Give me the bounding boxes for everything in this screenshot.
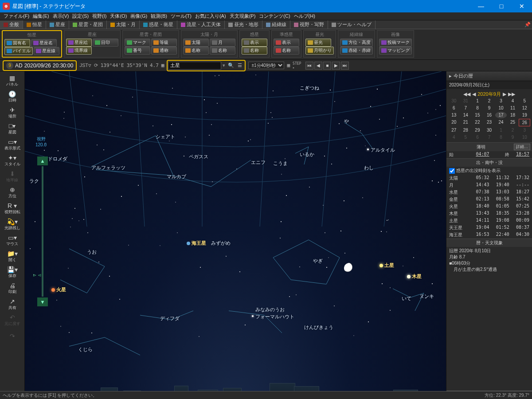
left-tool-button[interactable]: ↷ <box>2 329 23 344</box>
zoom-up-button[interactable]: ▲ <box>37 156 48 165</box>
last-button[interactable]: ⏭ <box>341 62 349 70</box>
ribbon-tab[interactable]: 惑星・衛星 <box>140 20 177 29</box>
menu-item[interactable]: お気に入り(A) <box>193 13 228 20</box>
left-tool-button[interactable]: ↶元に戻す <box>2 313 23 328</box>
menu-item[interactable]: コンテンツ(C) <box>257 13 292 20</box>
menu-item[interactable]: 観測(B) <box>149 13 169 20</box>
left-tool-button[interactable]: ▭▾表示形式 <box>2 137 23 152</box>
calendar-day[interactable]: 5 <box>519 98 530 104</box>
ribbon-tab[interactable]: 星雲・星団 <box>69 20 107 29</box>
tool-button[interactable]: 星座線 <box>34 47 59 55</box>
menu-item[interactable]: ツール(T) <box>169 13 193 20</box>
calendar-day[interactable]: 19 <box>519 112 530 118</box>
left-tool-button[interactable]: ↗共有 <box>2 297 23 312</box>
calendar-day[interactable]: 2 <box>507 127 519 133</box>
calendar-day[interactable]: 24 <box>495 119 507 126</box>
left-tool-button[interactable]: ✦▾スタイル <box>2 153 23 168</box>
datetime-box[interactable]: 9 AD 2020/09/26 20:30:00 <box>3 60 77 71</box>
close-button[interactable]: ✕ <box>512 0 532 12</box>
step-icon[interactable]: ▦ <box>287 63 290 68</box>
sky-view[interactable]: 視野 120.0 ▲ ⊳ ⊲ ▼ こぎつねやいるかこうまわしシェアトペガススアン… <box>25 71 446 399</box>
tool-button[interactable]: 通称 <box>151 47 177 55</box>
cal-prev-year[interactable]: ◀◀ <box>463 91 470 97</box>
ribbon-tab[interactable]: 経緯線 <box>262 20 290 29</box>
riseset-checkbox[interactable]: 惑星の出没時刻を表示 <box>446 167 532 175</box>
tool-button[interactable]: 名称 <box>183 47 209 55</box>
calendar-day[interactable]: 4 <box>448 134 460 141</box>
calendar-day[interactable]: 9 <box>484 105 495 111</box>
calendar-day[interactable]: 1 <box>472 98 483 104</box>
left-tool-button[interactable]: 🖨印刷 <box>2 281 23 296</box>
time-step-select[interactable]: ±1分40秒/秒 <box>248 62 284 69</box>
ribbon-tab[interactable]: 昼光・地形 <box>225 20 262 29</box>
left-tool-button[interactable]: ▭▾マウス <box>2 233 23 248</box>
calendar-day[interactable]: 13 <box>448 112 460 118</box>
tool-button[interactable]: バイエル <box>4 47 33 55</box>
sync-icon[interactable]: ⟳ <box>94 63 98 68</box>
tool-button[interactable]: 目印 <box>93 39 118 47</box>
calendar-day[interactable]: 5 <box>460 134 472 141</box>
menu-item[interactable]: 画像(G) <box>129 13 149 20</box>
menu-item[interactable]: ファイル(F) <box>2 13 31 20</box>
maximize-button[interactable]: □ <box>491 0 512 12</box>
calendar-day[interactable]: 6 <box>448 105 460 111</box>
zoom-slider[interactable] <box>42 166 43 297</box>
calendar-day[interactable]: 4 <box>507 98 519 104</box>
tool-button[interactable]: 境界線 <box>66 47 92 55</box>
tool-button[interactable]: 表示 <box>242 39 267 47</box>
dropdown-icon[interactable]: ▾ <box>221 63 227 68</box>
tool-button[interactable]: 等級 <box>151 39 177 47</box>
calendar-day[interactable]: 6 <box>472 134 483 141</box>
ribbon-tab[interactable]: ツール・ヘルプ <box>328 20 376 29</box>
calendar-day[interactable]: 15 <box>472 112 483 118</box>
tool-button[interactable]: 名称 <box>242 47 267 55</box>
tool-button[interactable]: 表示 <box>274 39 299 47</box>
ribbon-tab[interactable]: 視野・写野 <box>290 20 328 29</box>
calendar-day[interactable]: 10 <box>519 134 530 141</box>
calendar-day[interactable]: 2 <box>484 98 495 104</box>
first-button[interactable]: ⏮ <box>305 62 313 70</box>
tool-button[interactable]: 投稿マーク <box>379 39 412 47</box>
calendar-day[interactable]: 22 <box>472 119 483 126</box>
menu-item[interactable]: 天体(O) <box>108 13 129 20</box>
calendar-day[interactable]: 8 <box>495 134 507 141</box>
tool-button[interactable]: マッピング <box>379 47 412 55</box>
tool-button[interactable]: 太陽 <box>183 39 209 47</box>
calendar-day[interactable]: 17 <box>495 112 507 118</box>
stop-button[interactable]: ■ <box>323 62 331 70</box>
calendar-day[interactable]: 26 <box>519 119 530 126</box>
menu-item[interactable]: 視野(I) <box>90 13 108 20</box>
left-tool-button[interactable]: ✈場所 <box>2 105 23 120</box>
left-tool-button[interactable]: 🕐日時 <box>2 89 23 104</box>
calendar[interactable]: ◀◀ ◀ 2020年9月 ▶ ▶▶ 3031123456789101112131… <box>446 89 532 142</box>
calendar-day[interactable]: 1 <box>495 127 507 133</box>
prev-button[interactable]: ◀ <box>314 62 322 70</box>
ribbon-tab[interactable]: 流星・人工天体 <box>177 20 225 29</box>
left-tool-button[interactable]: ⬇地平線 <box>2 169 23 184</box>
calendar-day[interactable]: 12 <box>519 105 530 111</box>
ribbon-tab[interactable]: 恒星 <box>23 20 46 29</box>
calendar-day[interactable]: 3 <box>519 127 530 133</box>
calendar-day[interactable]: 21 <box>460 119 472 126</box>
tool-button[interactable]: マーク <box>125 39 150 47</box>
tool-button[interactable]: 名称 <box>274 47 299 55</box>
tool-button[interactable]: 月明かり <box>305 47 334 55</box>
calendar-day[interactable]: 9 <box>507 134 519 141</box>
grid-icon[interactable]: ▦ <box>161 63 164 68</box>
tool-button[interactable]: 名称 <box>210 47 235 55</box>
pin-icon[interactable]: 📌 <box>523 22 532 27</box>
minimize-button[interactable]: — <box>471 0 491 12</box>
calendar-day[interactable]: 3 <box>495 98 507 104</box>
calendar-day[interactable]: 30 <box>484 127 495 133</box>
cal-next-year[interactable]: ▶▶ <box>508 91 515 97</box>
tool-button[interactable]: 固有名 <box>4 39 30 47</box>
ribbon-tab[interactable]: 太陽・月 <box>107 20 140 29</box>
calendar-day[interactable]: 7 <box>484 134 495 141</box>
menu-item[interactable]: 天文現象(P) <box>228 13 258 20</box>
calendar-day[interactable]: 25 <box>507 119 519 126</box>
calendar-day[interactable]: 7 <box>460 105 472 111</box>
cal-prev-month[interactable]: ◀ <box>472 91 476 97</box>
calendar-day[interactable]: 18 <box>507 112 519 118</box>
calendar-day[interactable]: 29 <box>472 127 483 133</box>
calendar-day[interactable]: 31 <box>460 98 472 104</box>
